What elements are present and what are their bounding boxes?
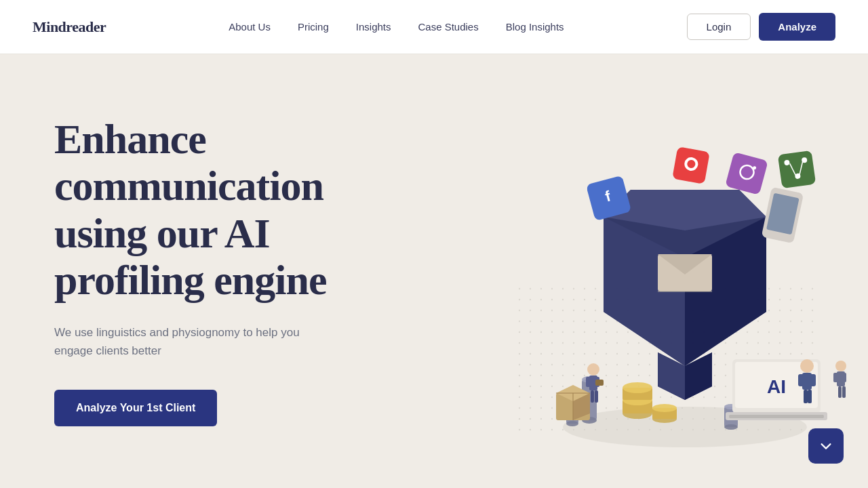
analyze-nav-button[interactable]: Analyze xyxy=(759,13,835,41)
nav-item-pricing[interactable]: Pricing xyxy=(298,21,329,33)
login-button[interactable]: Login xyxy=(687,14,751,40)
nav-link-pricing[interactable]: Pricing xyxy=(298,21,329,33)
navbar: Mindreader About Us Pricing Insights Cas… xyxy=(0,0,868,54)
svg-point-64 xyxy=(835,361,846,371)
svg-rect-59 xyxy=(586,377,591,387)
chevron-down-icon xyxy=(818,439,833,453)
svg-point-7 xyxy=(623,382,652,393)
brand-logo[interactable]: Mindreader xyxy=(33,18,106,36)
svg-rect-67 xyxy=(842,373,846,382)
nav-link-blog-insights[interactable]: Blog Insights xyxy=(506,21,564,33)
nav-links: About Us Pricing Insights Case Studies B… xyxy=(229,21,564,33)
svg-rect-46 xyxy=(725,152,768,195)
svg-rect-24 xyxy=(729,415,824,418)
svg-rect-69 xyxy=(842,386,846,398)
svg-rect-61 xyxy=(591,390,594,403)
nav-item-insights[interactable]: Insights xyxy=(356,21,391,33)
svg-rect-68 xyxy=(838,386,842,398)
svg-rect-62 xyxy=(595,390,598,403)
svg-point-16 xyxy=(566,421,578,426)
scroll-down-button[interactable] xyxy=(808,428,844,464)
funnel-svg: AI xyxy=(475,81,854,461)
svg-rect-27 xyxy=(798,374,804,386)
svg-point-10 xyxy=(652,404,677,412)
nav-link-insights[interactable]: Insights xyxy=(356,21,391,33)
nav-item-case-studies[interactable]: Case Studies xyxy=(418,21,479,33)
svg-rect-51 xyxy=(778,150,816,188)
hero-section: Enhance communication using our AI profi… xyxy=(0,54,868,488)
hero-content: Enhance communication using our AI profi… xyxy=(54,116,407,426)
hero-title: Enhance communication using our AI profi… xyxy=(54,116,407,304)
svg-point-19 xyxy=(724,424,738,430)
svg-rect-28 xyxy=(810,374,816,386)
nav-actions: Login Analyze xyxy=(687,13,835,41)
hero-illustration: AI xyxy=(475,81,854,461)
svg-text:AI: AI xyxy=(767,376,786,397)
svg-point-57 xyxy=(587,363,599,375)
nav-link-case-studies[interactable]: Case Studies xyxy=(418,21,479,33)
nav-item-blog-insights[interactable]: Blog Insights xyxy=(506,21,564,33)
nav-link-about-us[interactable]: About Us xyxy=(229,21,271,33)
svg-rect-30 xyxy=(808,390,812,403)
svg-rect-29 xyxy=(804,390,808,403)
svg-point-25 xyxy=(800,359,814,373)
nav-item-about-us[interactable]: About Us xyxy=(229,21,271,33)
svg-rect-66 xyxy=(833,373,838,382)
svg-rect-63 xyxy=(595,380,604,386)
hero-subtitle: We use linguistics and physiognomy to he… xyxy=(54,323,312,360)
analyze-hero-button[interactable]: Analyze Your 1st Client xyxy=(54,390,217,426)
